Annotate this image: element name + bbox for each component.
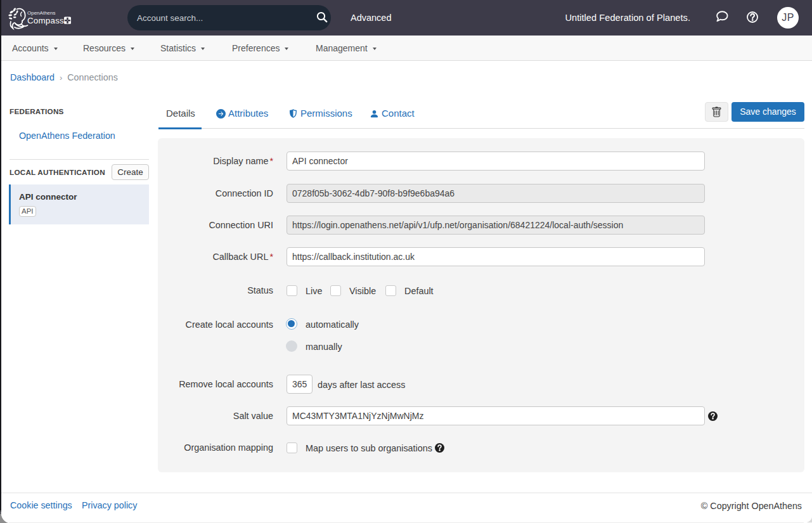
svg-text:OpenAthens: OpenAthens (27, 10, 55, 16)
svg-text:Compass: Compass (27, 16, 64, 25)
